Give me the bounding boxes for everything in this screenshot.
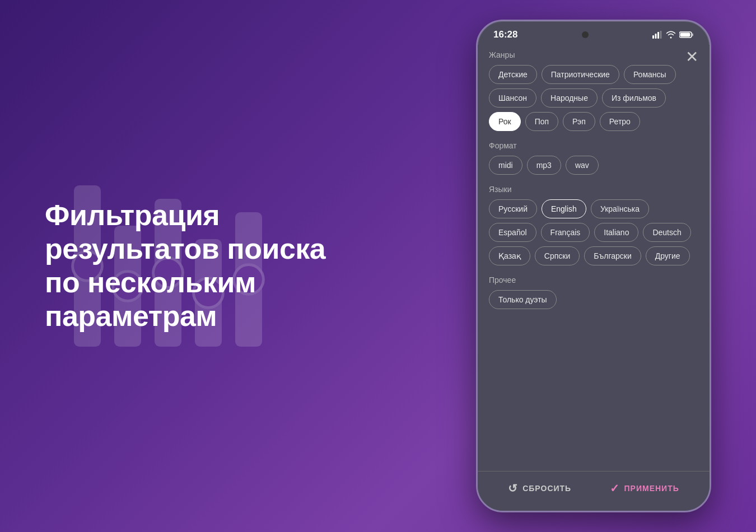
tag-duety[interactable]: Только дуэты <box>489 290 557 309</box>
tag-narodnye[interactable]: Народные <box>541 88 598 108</box>
genres-section: Жанры Детские Патриотические Романсы Шан… <box>489 50 698 131</box>
tag-iz-filmov[interactable]: Из фильмов <box>602 88 666 108</box>
languages-tags: Русский English Українська Español Franç… <box>489 199 698 265</box>
tag-ukrainian[interactable]: Українська <box>591 199 649 218</box>
format-label: Формат <box>489 141 698 150</box>
reset-icon: ↺ <box>508 482 518 495</box>
other-label: Прочее <box>489 276 698 284</box>
battery-icon <box>679 31 694 39</box>
page-title: Фильтрация результатов поиска по несколь… <box>45 199 336 333</box>
status-time: 16:28 <box>493 29 517 40</box>
phone-mockup: 16:28 ✕ <box>476 20 711 512</box>
tag-italiano[interactable]: Italiano <box>594 223 638 242</box>
tag-retro[interactable]: Ретро <box>600 112 640 131</box>
tag-shanson[interactable]: Шансон <box>489 88 536 108</box>
left-content: Фильтрация результатов поиска по несколь… <box>45 199 336 333</box>
tag-romansy[interactable]: Романсы <box>624 65 676 84</box>
tag-patrioticheskie[interactable]: Патриотические <box>542 65 619 84</box>
format-section: Формат midi mp3 wav <box>489 141 698 175</box>
languages-label: Языки <box>489 185 698 194</box>
svg-rect-16 <box>692 34 693 36</box>
apply-icon: ✓ <box>610 482 620 495</box>
tag-rok[interactable]: Рок <box>489 112 521 131</box>
apply-label: ПРИМЕНИТЬ <box>624 484 679 493</box>
languages-section: Языки Русский English Українська Español… <box>489 185 698 265</box>
tag-wav[interactable]: wav <box>566 156 599 175</box>
svg-rect-11 <box>655 34 656 39</box>
other-section: Прочее Только дуэты <box>489 276 698 309</box>
status-bar: 16:28 <box>478 21 710 45</box>
svg-rect-15 <box>680 33 690 37</box>
camera-notch <box>582 31 589 38</box>
genres-tags: Детские Патриотические Романсы Шансон На… <box>489 65 698 131</box>
reset-label: СБРОСИТЬ <box>522 484 571 493</box>
wifi-icon <box>666 31 676 39</box>
tag-pop[interactable]: Поп <box>525 112 558 131</box>
svg-rect-10 <box>652 35 654 39</box>
close-button[interactable]: ✕ <box>685 49 698 65</box>
tag-balgarski[interactable]: Български <box>584 246 641 265</box>
tag-russian[interactable]: Русский <box>489 199 537 218</box>
signal-icon <box>652 31 662 39</box>
svg-rect-13 <box>660 31 661 39</box>
tag-drugie[interactable]: Другие <box>646 246 690 265</box>
tag-kazak[interactable]: Қазақ <box>489 246 530 265</box>
tag-english[interactable]: English <box>542 199 586 218</box>
tag-deutsch[interactable]: Deutsch <box>643 223 690 242</box>
tag-rep[interactable]: Рэп <box>563 112 595 131</box>
tag-mp3[interactable]: mp3 <box>527 156 561 175</box>
genres-label: Жанры <box>489 50 698 59</box>
tag-francais[interactable]: Français <box>541 223 590 242</box>
tag-srpski[interactable]: Српски <box>535 246 580 265</box>
tag-detskie[interactable]: Детские <box>489 65 537 84</box>
tag-espanol[interactable]: Español <box>489 223 536 242</box>
status-icons <box>652 31 694 39</box>
phone-content-area: ✕ Жанры Детские Патриотические Романсы Ш… <box>478 45 710 471</box>
tag-midi[interactable]: midi <box>489 156 522 175</box>
format-tags: midi mp3 wav <box>489 156 698 175</box>
apply-button[interactable]: ✓ ПРИМЕНИТЬ <box>610 482 679 495</box>
reset-button[interactable]: ↺ СБРОСИТЬ <box>508 482 571 495</box>
other-tags: Только дуэты <box>489 290 698 309</box>
svg-rect-12 <box>657 32 659 39</box>
phone-bottom-bar: ↺ СБРОСИТЬ ✓ ПРИМЕНИТЬ <box>478 471 710 511</box>
